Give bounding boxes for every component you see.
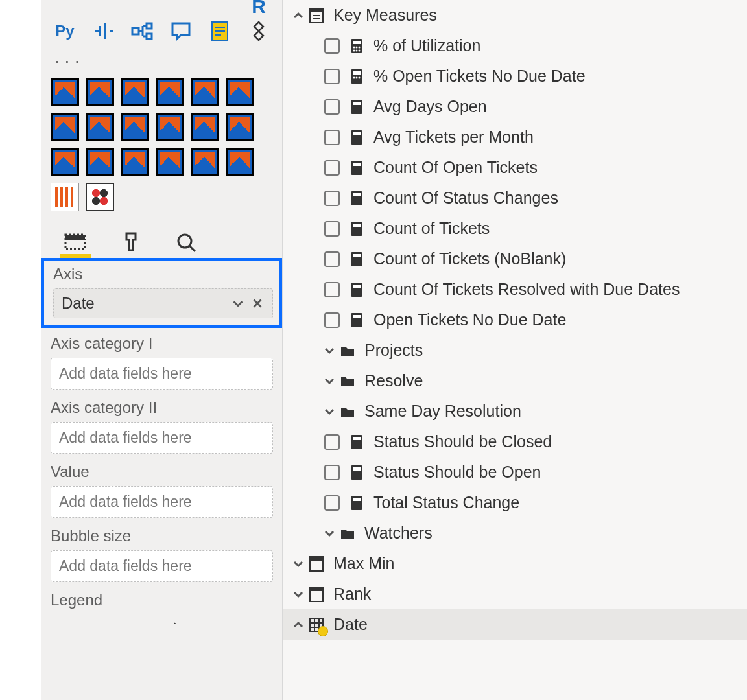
tab-analytics[interactable] <box>171 229 202 258</box>
custom-viz-16[interactable] <box>156 148 184 176</box>
viz-icon-misc-5[interactable] <box>206 0 234 13</box>
well-legend: Legend <box>42 585 282 617</box>
custom-viz-15[interactable] <box>121 148 149 176</box>
chevron-down-icon <box>289 588 307 601</box>
paginated-report-icon[interactable] <box>206 17 234 45</box>
axis-field-pill[interactable]: Date <box>53 288 273 318</box>
custom-viz-7[interactable] <box>51 113 79 141</box>
custom-viz-8[interactable] <box>86 113 114 141</box>
table-label: Rank <box>333 585 371 603</box>
qa-visual-icon[interactable] <box>167 17 195 45</box>
custom-viz-6[interactable] <box>226 78 254 106</box>
folder-projects[interactable]: Projects <box>283 335 747 366</box>
field-measure[interactable]: % of Utilization <box>283 30 747 61</box>
viz-type-toolbar: R Py · · · <box>42 0 282 71</box>
table-max-min[interactable]: Max Min <box>283 548 747 579</box>
custom-viz-11[interactable] <box>191 113 219 141</box>
checkbox[interactable] <box>324 465 340 480</box>
viz-icon-misc-4[interactable] <box>167 0 195 13</box>
custom-viz-10[interactable] <box>156 113 184 141</box>
field-measure[interactable]: Open Tickets No Due Date <box>283 305 747 335</box>
viz-icon-misc-1[interactable] <box>51 0 79 13</box>
custom-viz-5[interactable] <box>191 78 219 106</box>
well-value-drop[interactable]: Add data fields here <box>51 486 273 518</box>
field-measure[interactable]: Count of Tickets (NoBlank) <box>283 244 747 274</box>
field-measure[interactable]: Status Should be Open <box>283 457 747 487</box>
field-measure[interactable]: Count Of Open Tickets <box>283 152 747 183</box>
svg-point-20 <box>356 76 358 78</box>
measure-table-icon <box>307 6 326 25</box>
table-rank[interactable]: Rank <box>283 579 747 609</box>
custom-viz-2[interactable] <box>86 78 114 106</box>
svg-point-15 <box>356 49 358 51</box>
chevron-down-icon[interactable] <box>231 296 245 310</box>
field-measure[interactable]: Avg Tickets per Month <box>283 122 747 152</box>
field-measure[interactable]: Status Should be Closed <box>283 426 747 457</box>
field-measure[interactable]: Avg Days Open <box>283 91 747 122</box>
custom-viz-20[interactable] <box>86 183 114 211</box>
table-key-measures[interactable]: Key Measures <box>283 0 747 30</box>
calculator-icon <box>348 220 366 238</box>
checkbox[interactable] <box>324 251 340 267</box>
custom-viz-18[interactable] <box>226 148 254 176</box>
field-measure[interactable]: Count of Tickets <box>283 213 747 244</box>
well-axis-cat2-drop[interactable]: Add data fields here <box>51 422 273 454</box>
well-bubble-label: Bubble size <box>51 527 273 545</box>
field-measure[interactable]: Count Of Status Changes <box>283 183 747 213</box>
well-value: Value Add data fields here <box>42 456 282 520</box>
checkbox[interactable] <box>324 160 340 176</box>
folder-same-day[interactable]: Same Day Resolution <box>283 396 747 426</box>
field-measure[interactable]: % Open Tickets No Due Date <box>283 61 747 91</box>
svg-rect-45 <box>310 557 323 561</box>
calculator-icon <box>348 37 366 55</box>
folder-watchers[interactable]: Watchers <box>283 518 747 548</box>
chevron-down-icon <box>320 375 338 388</box>
tab-format[interactable] <box>115 229 147 258</box>
more-visuals-ellipsis[interactable]: · · · <box>51 51 273 71</box>
field-measure[interactable]: Total Status Change <box>283 487 747 518</box>
well-axis-cat1-drop[interactable]: Add data fields here <box>51 358 273 390</box>
well-axis-label: Axis <box>53 265 273 283</box>
axis-field-name: Date <box>62 294 95 312</box>
viz-icon-misc-2[interactable] <box>89 0 118 13</box>
svg-rect-47 <box>310 587 323 591</box>
field-measure[interactable]: Count Of Tickets Resolved with Due Dates <box>283 274 747 305</box>
calculator-icon <box>348 128 366 146</box>
field-label: % of Utilization <box>374 36 480 55</box>
checkbox[interactable] <box>324 221 340 237</box>
measure-table-icon <box>307 585 326 603</box>
checkbox[interactable] <box>324 495 340 511</box>
viz-icon-r[interactable]: R <box>244 0 273 13</box>
chevron-down-icon <box>320 527 338 540</box>
tab-fields[interactable] <box>60 229 91 258</box>
custom-viz-19[interactable] <box>51 183 79 211</box>
table-date[interactable]: Date <box>283 609 747 640</box>
custom-visual-icon[interactable] <box>244 17 273 45</box>
checkbox[interactable] <box>324 69 340 84</box>
checkbox[interactable] <box>324 312 340 328</box>
remove-field-icon[interactable] <box>250 296 265 310</box>
folder-label: Watchers <box>364 524 433 542</box>
custom-viz-13[interactable] <box>51 148 79 176</box>
custom-viz-1[interactable] <box>51 78 79 106</box>
decomposition-tree-icon[interactable] <box>128 17 157 45</box>
svg-rect-31 <box>353 224 361 227</box>
custom-viz-4[interactable] <box>156 78 184 106</box>
checkbox[interactable] <box>324 38 340 54</box>
custom-viz-17[interactable] <box>191 148 219 176</box>
checkbox[interactable] <box>324 99 340 115</box>
well-bubble-drop[interactable]: Add data fields here <box>51 550 273 582</box>
custom-viz-9[interactable] <box>121 113 149 141</box>
folder-resolve[interactable]: Resolve <box>283 366 747 396</box>
custom-viz-14[interactable] <box>86 148 114 176</box>
checkbox[interactable] <box>324 130 340 145</box>
custom-viz-12[interactable] <box>226 113 254 141</box>
custom-viz-3[interactable] <box>121 78 149 106</box>
checkbox[interactable] <box>324 191 340 206</box>
viz-icon-misc-3[interactable] <box>128 0 157 13</box>
checkbox[interactable] <box>324 282 340 298</box>
checkbox[interactable] <box>324 434 340 450</box>
python-visual-icon[interactable]: Py <box>51 17 79 45</box>
svg-rect-10 <box>353 41 361 44</box>
key-influencers-icon[interactable] <box>89 17 118 45</box>
